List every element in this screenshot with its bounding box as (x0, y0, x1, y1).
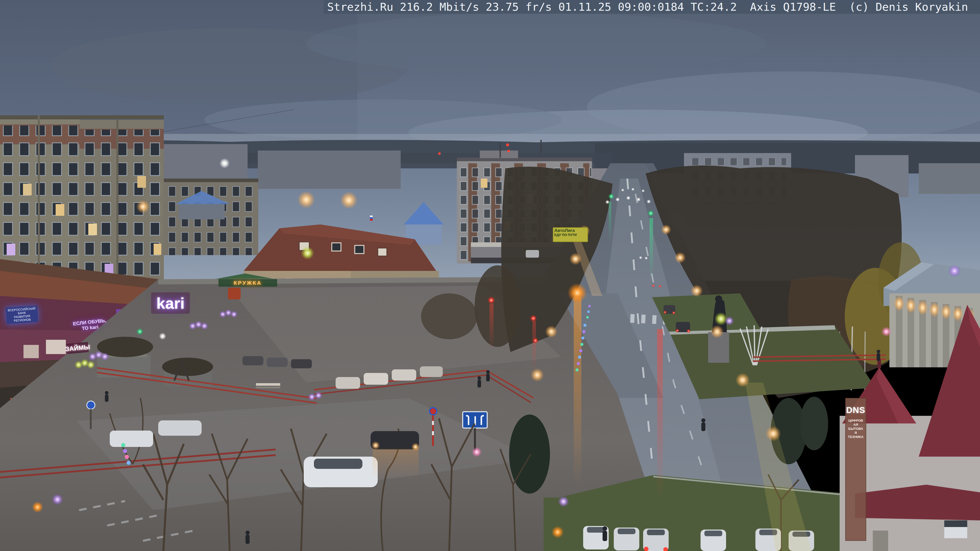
webcam-frame: Strezhi.Ru 216.2 Mbit/s 23.75 fr/s 01.11… (0, 0, 980, 551)
camera-osd-bar: Strezhi.Ru 216.2 Mbit/s 23.75 fr/s 01.11… (324, 0, 980, 14)
midground-buildings (164, 179, 258, 255)
moving-car (371, 431, 420, 451)
city-scene-illustration (0, 0, 980, 551)
camera-osd-text: Strezhi.Ru 216.2 Mbit/s 23.75 fr/s 01.11… (324, 0, 968, 14)
